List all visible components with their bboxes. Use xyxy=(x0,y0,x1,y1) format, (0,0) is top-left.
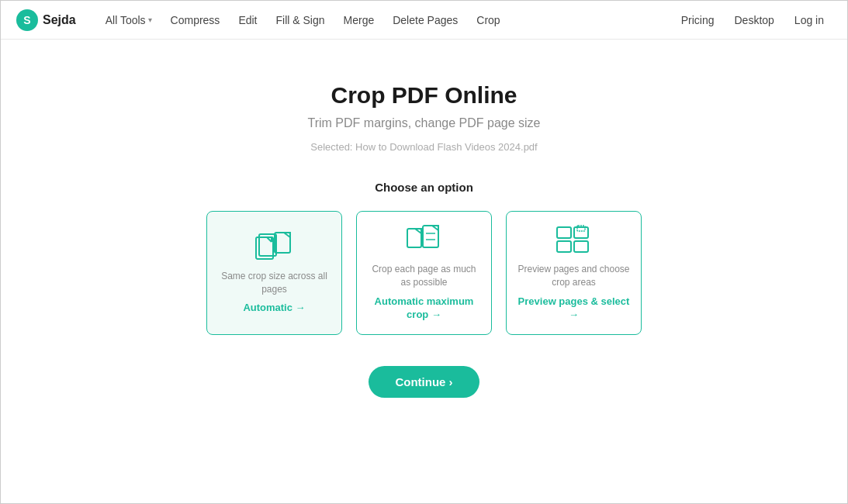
nav-merge[interactable]: Merge xyxy=(336,9,382,31)
nav-login[interactable]: Log in xyxy=(787,9,832,31)
navbar: S Sejda All Tools ▾ Compress Edit Fill &… xyxy=(1,1,847,40)
nav-fill-sign[interactable]: Fill & Sign xyxy=(268,9,333,31)
option-automatic-action: Automatic → xyxy=(243,302,305,315)
nav-all-tools[interactable]: All Tools ▾ xyxy=(98,9,160,31)
option-preview-icon xyxy=(554,224,594,255)
choose-option-label: Choose an option xyxy=(375,181,473,194)
chevron-down-icon: ▾ xyxy=(148,16,152,24)
page-title: Crop PDF Online xyxy=(331,82,517,109)
page-subtitle: Trim PDF margins, change PDF page size xyxy=(308,116,541,130)
nav-links: All Tools ▾ Compress Edit Fill & Sign Me… xyxy=(98,9,673,31)
nav-right: Pricing Desktop Log in xyxy=(673,9,832,31)
option-automatic[interactable]: Same crop size across all pages Automati… xyxy=(206,211,342,335)
nav-compress[interactable]: Compress xyxy=(163,9,228,31)
option-automax-icon xyxy=(404,224,445,255)
selected-file: Selected: How to Download Flash Videos 2… xyxy=(310,141,537,153)
svg-rect-11 xyxy=(557,227,571,238)
nav-crop[interactable]: Crop xyxy=(469,9,507,31)
continue-button[interactable]: Continue › xyxy=(369,366,479,398)
options-row: Same crop size across all pages Automati… xyxy=(206,211,642,335)
option-automatic-desc: Same crop size across all pages xyxy=(218,270,331,296)
option-preview-desc: Preview pages and choose crop areas xyxy=(517,263,630,289)
nav-delete-pages[interactable]: Delete Pages xyxy=(385,9,466,31)
logo-icon: S xyxy=(16,9,38,31)
option-automax-action: Automatic maximum crop → xyxy=(368,295,480,322)
nav-edit[interactable]: Edit xyxy=(230,9,265,31)
svg-rect-13 xyxy=(557,241,571,252)
option-preview-select[interactable]: Preview pages and choose crop areas Prev… xyxy=(506,211,642,335)
option-automax-desc: Crop each page as much as possible xyxy=(368,263,480,289)
svg-rect-14 xyxy=(574,241,588,252)
main-content: Crop PDF Online Trim PDF margins, change… xyxy=(1,40,847,398)
logo-link[interactable]: S Sejda xyxy=(16,9,76,31)
option-automatic-icon xyxy=(254,231,295,262)
logo-name: Sejda xyxy=(43,13,76,27)
svg-rect-12 xyxy=(574,227,588,238)
option-preview-action: Preview pages & select → xyxy=(517,295,630,322)
option-automatic-max[interactable]: Crop each page as much as possible Autom… xyxy=(356,211,492,335)
nav-desktop[interactable]: Desktop xyxy=(726,9,781,31)
nav-pricing[interactable]: Pricing xyxy=(673,9,722,31)
